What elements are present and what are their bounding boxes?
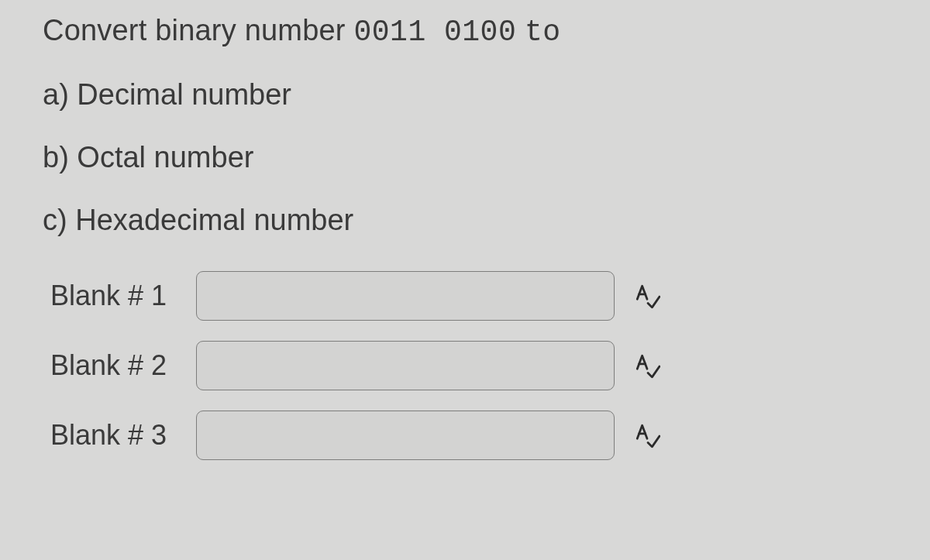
parts-list: a) Decimal number b) Octal number c) Hex… — [43, 78, 887, 237]
binary-value: 0011 0100 — [353, 15, 516, 49]
blank-row-3: Blank # 3 — [50, 411, 887, 460]
question-prompt: Convert binary number 0011 0100 to — [43, 14, 887, 49]
question-suffix: to — [525, 15, 561, 49]
blank-1-label: Blank # 1 — [50, 280, 190, 312]
question-prefix: Convert binary number — [43, 14, 346, 46]
part-b: b) Octal number — [43, 141, 887, 174]
blank-1-input[interactable] — [196, 271, 615, 321]
part-a: a) Decimal number — [43, 78, 887, 112]
spellcheck-icon[interactable] — [632, 420, 663, 451]
spellcheck-icon[interactable] — [632, 350, 663, 381]
blank-2-input[interactable] — [196, 341, 615, 390]
blank-2-label: Blank # 2 — [50, 349, 190, 382]
blank-row-2: Blank # 2 — [50, 341, 887, 390]
blank-row-1: Blank # 1 — [50, 271, 887, 321]
part-c: c) Hexadecimal number — [43, 204, 887, 237]
blank-3-label: Blank # 3 — [50, 419, 190, 452]
blank-3-input[interactable] — [196, 411, 615, 460]
blanks-group: Blank # 1 Blank # 2 — [43, 266, 887, 460]
spellcheck-icon[interactable] — [632, 280, 663, 311]
